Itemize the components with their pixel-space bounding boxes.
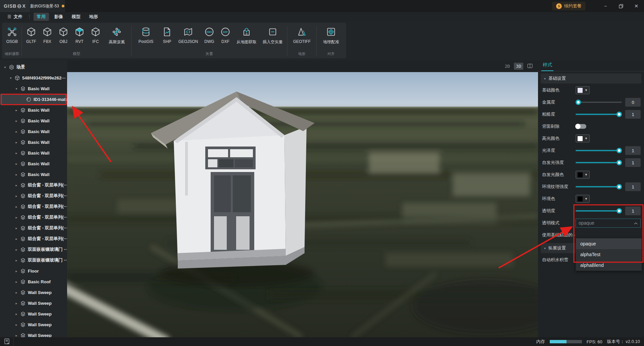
expander-closed-icon[interactable]: ▸ bbox=[15, 301, 18, 305]
slider-track[interactable] bbox=[576, 102, 622, 103]
menu-tab-4[interactable]: 地形 bbox=[86, 13, 101, 21]
expander-closed-icon[interactable]: ▸ bbox=[15, 130, 18, 133]
restore-button[interactable] bbox=[613, 0, 629, 12]
file-menu-button[interactable]: ☰ 文件 bbox=[5, 14, 25, 20]
expander-closed-icon[interactable]: ▸ bbox=[15, 183, 18, 187]
scene-tab[interactable]: 新的GIS场景-53 bbox=[30, 0, 65, 12]
slider-track[interactable] bbox=[576, 114, 622, 115]
slider-value[interactable]: 1 bbox=[625, 110, 641, 119]
tool-obj[interactable]: OBJ bbox=[55, 25, 71, 50]
tool-ifc[interactable]: IFC bbox=[88, 25, 104, 50]
mode-3d-button[interactable]: 3D bbox=[514, 63, 523, 70]
tree-item-20[interactable]: ▸Basic Roof bbox=[0, 276, 67, 287]
tool-geojson[interactable]: GEOJSON bbox=[175, 25, 201, 50]
expander-closed-icon[interactable]: ▸ bbox=[15, 248, 18, 251]
transparency-mode-select[interactable]: opaque bbox=[576, 219, 641, 228]
menu-tab-3[interactable]: 模型 bbox=[68, 13, 84, 21]
tool-fbx[interactable]: FBX bbox=[39, 25, 55, 50]
tool-rvt[interactable]: RVT bbox=[71, 25, 88, 50]
slider-knob[interactable] bbox=[616, 184, 622, 189]
tree-item-0[interactable]: ▾场景 bbox=[0, 62, 67, 72]
expander-closed-icon[interactable]: ▸ bbox=[15, 334, 18, 337]
viewport-scene[interactable] bbox=[67, 72, 538, 337]
section-basic-settings[interactable]: ▾ 基础设置 bbox=[541, 73, 641, 83]
menu-tab-1[interactable]: 常用 bbox=[34, 13, 49, 21]
expander-closed-icon[interactable]: ▸ bbox=[15, 269, 18, 273]
tree-item-1[interactable]: ▾548f49342f999e262··· bbox=[0, 72, 67, 83]
tree-item-12[interactable]: ▸组合窗 - 双层单列(··· bbox=[0, 190, 67, 201]
tool--[interactable]: 高斯泼溅 bbox=[104, 25, 130, 50]
slider-knob[interactable] bbox=[616, 112, 622, 117]
slider-track[interactable] bbox=[576, 186, 622, 187]
expander-closed-icon[interactable]: ▸ bbox=[15, 312, 18, 316]
tool--[interactable]: 插入空矢量 bbox=[260, 25, 286, 50]
tool-geotiff[interactable]: GEOTIFF bbox=[289, 25, 315, 50]
tree-item-4[interactable]: ▸Basic Wall bbox=[0, 105, 67, 115]
slider-value[interactable]: 1 bbox=[625, 146, 641, 155]
color-picker-button[interactable]: ▼ bbox=[576, 171, 590, 179]
tree-item-8[interactable]: ▸Basic Wall bbox=[0, 148, 67, 158]
slider-value[interactable]: 1 bbox=[625, 158, 641, 167]
expander-open-icon[interactable]: ▾ bbox=[9, 76, 12, 80]
tool-postgis[interactable]: PostGIS bbox=[133, 25, 159, 50]
color-picker-button[interactable]: ▼ bbox=[576, 134, 590, 142]
tool-osgb[interactable]: OSGB bbox=[4, 25, 20, 50]
tree-item-7[interactable]: ▸Basic Wall bbox=[0, 137, 67, 148]
close-button[interactable]: ✕ bbox=[629, 0, 644, 12]
expander-closed-icon[interactable]: ▸ bbox=[15, 108, 18, 112]
tree-item-25[interactable]: ▸Wall Sweep bbox=[0, 330, 67, 337]
tool--[interactable]: 从地图获取 bbox=[233, 25, 260, 50]
expander-closed-icon[interactable]: ▸ bbox=[15, 119, 18, 123]
slider-knob[interactable] bbox=[616, 148, 622, 153]
expander-closed-icon[interactable]: ▸ bbox=[15, 194, 18, 198]
slider-track[interactable] bbox=[576, 162, 622, 163]
dropdown-option-opaque[interactable]: opaque bbox=[576, 238, 642, 249]
minimize-button[interactable]: − bbox=[598, 0, 613, 12]
renew-plan-button[interactable]: 续约套餐 bbox=[552, 2, 586, 10]
expander-closed-icon[interactable]: ▸ bbox=[15, 173, 18, 176]
tree-item-15[interactable]: ▸组合窗 - 双层单列(··· bbox=[0, 223, 67, 233]
tool-gltf[interactable]: GLTF bbox=[23, 25, 39, 50]
toggle-switch[interactable] bbox=[576, 124, 586, 129]
tree-item-9[interactable]: ▸Basic Wall bbox=[0, 158, 67, 169]
expander-closed-icon[interactable]: ▸ bbox=[15, 140, 18, 144]
color-picker-button[interactable]: ▼ bbox=[576, 86, 590, 94]
tree-item-24[interactable]: ▸Wall Sweep bbox=[0, 319, 67, 330]
tool--[interactable]: 地理配准 bbox=[318, 25, 344, 50]
tree-item-13[interactable]: ▸组合窗 - 双层单列(··· bbox=[0, 201, 67, 212]
expander-closed-icon[interactable]: ▸ bbox=[15, 280, 18, 284]
slider-value[interactable]: 0 bbox=[625, 98, 641, 107]
expander-closed-icon[interactable]: ▸ bbox=[15, 237, 18, 241]
tree-item-6[interactable]: ▸Basic Wall bbox=[0, 126, 67, 137]
slider-track[interactable] bbox=[576, 210, 622, 212]
slider-track[interactable] bbox=[576, 150, 622, 151]
split-view-button[interactable] bbox=[525, 63, 535, 70]
tool-dwg[interactable]: DWGDWG bbox=[201, 25, 217, 50]
tree-item-16[interactable]: ▸组合窗 - 双层单列(··· bbox=[0, 233, 67, 244]
tree-item-19[interactable]: ▸Floor bbox=[0, 266, 67, 276]
tree-item-22[interactable]: ▸Wall Sweep bbox=[0, 298, 67, 308]
slider-knob[interactable] bbox=[616, 208, 622, 214]
tree-item-11[interactable]: ▸组合窗 - 双层单列(··· bbox=[0, 180, 67, 190]
tree-item-10[interactable]: ▸Basic Wall bbox=[0, 169, 67, 180]
color-picker-button[interactable]: ▼ bbox=[576, 195, 590, 203]
tree-item-23[interactable]: ▸Wall Sweep bbox=[0, 308, 67, 319]
expander-closed-icon[interactable]: ▸ bbox=[15, 226, 18, 230]
tree-item-2[interactable]: ▾Basic Wall bbox=[0, 83, 67, 94]
expander-closed-icon[interactable]: ▸ bbox=[15, 205, 18, 209]
tree-item-selected-material[interactable]: ID1-313446-mate··· bbox=[0, 94, 67, 105]
dropdown-option-alphaBlend[interactable]: alphaBlend bbox=[576, 260, 642, 271]
tool-dxf[interactable]: DXFDXF bbox=[217, 25, 233, 50]
tree-item-5[interactable]: ▸Basic Wall bbox=[0, 115, 67, 126]
menu-tab-2[interactable]: 影像 bbox=[51, 13, 66, 21]
expander-open-icon[interactable]: ▾ bbox=[15, 87, 18, 91]
expander-closed-icon[interactable]: ▸ bbox=[15, 151, 18, 155]
expander-closed-icon[interactable]: ▸ bbox=[15, 291, 18, 294]
dropdown-option-alphaTest[interactable]: alphaTest bbox=[576, 249, 642, 260]
slider-knob[interactable] bbox=[616, 160, 622, 165]
expander-open-icon[interactable]: ▾ bbox=[3, 65, 7, 69]
expander-closed-icon[interactable]: ▸ bbox=[15, 216, 18, 219]
tree-item-17[interactable]: ▸双面嵌板镶玻璃门 ··· bbox=[0, 244, 67, 255]
expander-closed-icon[interactable]: ▸ bbox=[15, 258, 18, 262]
slider-value[interactable]: 1 bbox=[625, 182, 641, 191]
